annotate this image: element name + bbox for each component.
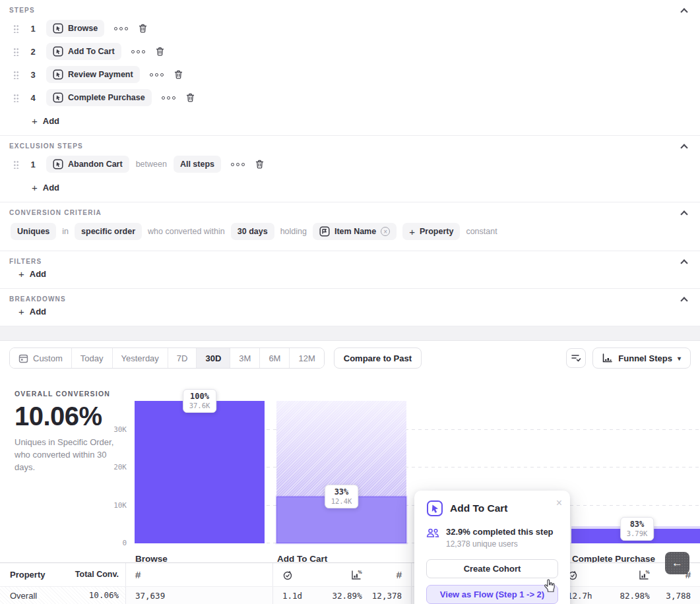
delete-step-icon[interactable] (174, 69, 183, 80)
date-range-30d-selected[interactable]: 30D (196, 348, 230, 368)
add-exclusion-button[interactable]: + Add (32, 183, 59, 193)
remove-property-icon[interactable]: × (381, 227, 390, 236)
view-as-flow-label: View as Flow (Step 1 -> 2) (440, 589, 544, 599)
filters-section-label: FILTERS (9, 258, 691, 265)
step4-count: 3,788 (666, 591, 691, 601)
step-number: 2 (28, 47, 38, 57)
more-options-icon[interactable] (150, 73, 164, 76)
drag-handle-icon[interactable] (13, 24, 19, 33)
date-range-label: 30D (205, 353, 221, 363)
drag-handle-icon[interactable] (13, 160, 19, 169)
view-as-flow-button[interactable]: View as Flow (Step 1 -> 2) (426, 585, 558, 604)
step-event-pill[interactable]: Review Payment (46, 66, 140, 83)
date-range-6m[interactable]: 6M (259, 348, 289, 368)
y-axis-tick: 20K (113, 463, 127, 471)
plus-icon: + (18, 269, 24, 279)
date-range-selector: Custom Today Yesterday 7D 30D 3M 6M 12M (9, 347, 325, 369)
scroll-back-button[interactable]: ← (665, 552, 689, 574)
view-selector-label: Funnel Steps (618, 353, 672, 363)
date-range-today[interactable]: Today (71, 348, 112, 368)
date-range-12m[interactable]: 12M (289, 348, 323, 368)
exclusion-event-pill[interactable]: Abandon Cart (46, 156, 129, 173)
popup-title: Add To Cart (450, 502, 550, 514)
close-icon[interactable]: × (556, 497, 562, 509)
more-options-icon[interactable] (162, 96, 175, 100)
date-range-label: 12M (298, 353, 315, 363)
step2-count: 12,378 (372, 591, 402, 601)
create-cohort-button[interactable]: Create Cohort (426, 559, 558, 578)
date-range-label: Today (80, 353, 104, 363)
date-range-label: 3M (239, 353, 251, 363)
funnel-bar-browse[interactable]: 100%37.6KBrowse (135, 375, 265, 543)
step1-header-group: # (125, 563, 272, 586)
breakdowns-section-label: BREAKDOWNS (9, 295, 691, 303)
add-filter-button[interactable]: + Add (18, 269, 46, 279)
caret-down-icon: ▾ (678, 355, 681, 362)
add-property-label: Property (420, 227, 453, 236)
conversion-window-pill[interactable]: 30 days (231, 223, 274, 240)
order-pill[interactable]: specific order (75, 223, 142, 240)
date-range-custom[interactable]: Custom (10, 348, 71, 368)
add-step-button[interactable]: + Add (32, 116, 59, 126)
converted-within-word: who converted within (148, 227, 225, 236)
more-options-icon[interactable] (114, 27, 128, 30)
add-breakdown-button[interactable]: + Add (18, 307, 46, 317)
conversion-rate-icon: % (351, 570, 362, 580)
in-word: in (62, 227, 69, 236)
step1-values: 37,639 (125, 587, 272, 604)
bar-rect[interactable] (135, 401, 265, 543)
drag-handle-icon[interactable] (13, 70, 19, 79)
delete-step-icon[interactable] (155, 46, 165, 57)
bar-count-label: 12.4K (331, 497, 352, 505)
date-range-3m[interactable]: 3M (230, 348, 259, 368)
users-icon (426, 528, 439, 538)
drag-handle-icon[interactable] (13, 93, 19, 102)
popup-stat-row: 32.9% completed this step 12,378 unique … (426, 527, 558, 549)
step-event-pill[interactable]: Add To Cart (46, 43, 121, 60)
table-row-overall[interactable]: Overall 10.06% 37,639 1.1d 32.89% 12,378… (0, 586, 700, 604)
counting-method-label: Uniques (17, 227, 49, 236)
funnel-bar-add-to-cart[interactable]: 33%12.4KAdd To Cart (276, 375, 406, 543)
step1-count: 37,639 (135, 591, 165, 601)
compare-to-past-label: Compare to Past (344, 353, 412, 363)
row-label: Overall (10, 591, 70, 601)
holding-property-pill[interactable]: Item Name × (313, 223, 397, 240)
funnel-chart: OVERALL CONVERSION 10.06% Uniques in Spe… (0, 375, 700, 571)
compare-to-past-button[interactable]: Compare to Past (334, 347, 422, 369)
between-word: between (136, 160, 167, 169)
chart-options-button[interactable] (566, 348, 586, 368)
add-breakdown-label: Add (30, 307, 46, 317)
step4-rate: 82.98% (620, 591, 650, 601)
more-options-icon[interactable] (131, 50, 145, 53)
step-event-pill[interactable]: Browse (46, 20, 104, 37)
delete-step-icon[interactable] (185, 92, 195, 103)
step-label: Complete Purchase (68, 93, 145, 102)
step-row-browse: 1 Browse (13, 20, 691, 37)
step-event-pill[interactable]: Complete Purchase (46, 89, 152, 106)
view-selector-button[interactable]: Funnel Steps ▾ (592, 347, 691, 369)
drag-handle-icon[interactable] (13, 47, 19, 56)
add-step-label: Add (43, 116, 59, 126)
more-options-icon[interactable] (231, 163, 245, 166)
exclusion-scope-pill[interactable]: All steps (174, 156, 221, 173)
bar-value-tooltip: 33%12.4K (325, 485, 359, 508)
click-event-icon (53, 23, 63, 34)
add-property-pill[interactable]: + Property (402, 223, 460, 240)
delete-exclusion-icon[interactable] (255, 159, 265, 169)
order-label: specific order (81, 227, 135, 236)
list-check-icon (571, 353, 581, 363)
section-divider-band (0, 326, 700, 341)
click-event-icon (53, 159, 63, 169)
date-range-7d[interactable]: 7D (168, 348, 197, 368)
hand-cursor-icon (542, 578, 557, 594)
date-range-yesterday[interactable]: Yesterday (112, 348, 168, 368)
count-icon: # (397, 569, 402, 580)
counting-method-pill[interactable]: Uniques (11, 223, 56, 240)
step-label: Browse (68, 24, 98, 33)
funnel-bar-complete-purchase[interactable]: 83%3.79KComplete Purchase (571, 375, 700, 543)
time-to-convert-icon (282, 570, 293, 580)
plus-icon: + (409, 227, 415, 237)
delete-step-icon[interactable] (138, 23, 148, 34)
bar-percent-label: 33% (331, 487, 352, 497)
date-range-label: 6M (269, 353, 280, 363)
